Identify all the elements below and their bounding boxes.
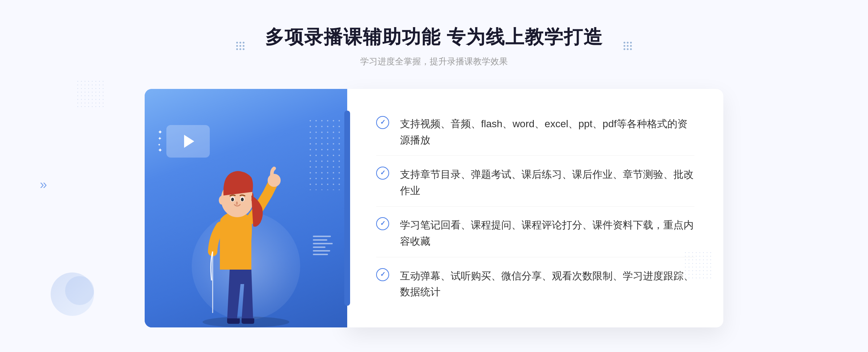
feature-item-3: ✓ 学习笔记回看、课程提问、课程评论打分、课件资料下载，重点内容收藏	[376, 210, 694, 257]
content-section: ✦ ✦	[145, 89, 723, 327]
check-circle-3: ✓	[376, 217, 389, 230]
svg-point-1	[268, 174, 281, 187]
check-icon-2: ✓	[380, 169, 386, 176]
arrow-decoration-left: »	[40, 177, 47, 192]
header-deco-right	[624, 42, 632, 50]
feature-item-1: ✓ 支持视频、音频、flash、word、excel、ppt、pdf等各种格式的…	[376, 109, 694, 156]
deco-circle-small	[65, 276, 94, 305]
left-illustration-panel: ✦ ✦	[145, 89, 347, 327]
dots-decoration-right	[684, 251, 712, 280]
dot-grid-left	[236, 42, 244, 50]
check-circle-1: ✓	[376, 116, 389, 129]
svg-point-6	[231, 198, 234, 201]
feature-text-3: 学习笔记回看、课程提问、课程评论打分、课件资料下载，重点内容收藏	[400, 217, 694, 250]
feature-text-4: 互动弹幕、试听购买、微信分享、观看次数限制、学习进度跟踪、数据统计	[400, 268, 694, 301]
person-illustration	[174, 132, 318, 327]
feature-text-2: 支持章节目录、弹题考试、课后练习、课后作业、章节测验、批改作业	[400, 167, 694, 199]
check-circle-4: ✓	[376, 268, 389, 281]
dot-grid-right	[624, 42, 632, 50]
subtitle: 学习进度全掌握，提升录播课教学效果	[265, 56, 603, 67]
header-deco-left	[236, 42, 244, 50]
features-panel: ✓ 支持视频、音频、flash、word、excel、ppt、pdf等各种格式的…	[347, 89, 723, 327]
svg-point-8	[241, 198, 244, 201]
check-icon-4: ✓	[380, 271, 386, 278]
header-section: 多项录播课辅助功能 专为线上教学打造 学习进度全掌握，提升录播课教学效果	[265, 25, 603, 67]
feature-item-2: ✓ 支持章节目录、弹题考试、课后练习、课后作业、章节测验、批改作业	[376, 159, 694, 207]
svg-point-9	[219, 196, 225, 205]
feature-text-1: 支持视频、音频、flash、word、excel、ppt、pdf等各种格式的资源…	[400, 116, 694, 149]
feature-item-4: ✓ 互动弹幕、试听购买、微信分享、观看次数限制、学习进度跟踪、数据统计	[376, 261, 694, 308]
blue-vertical-bar	[344, 111, 350, 306]
dots-decoration-left	[76, 80, 105, 108]
main-title: 多项录播课辅助功能 专为线上教学打造	[265, 25, 603, 50]
check-circle-2: ✓	[376, 167, 389, 180]
check-icon-3: ✓	[380, 220, 386, 227]
page-container: » 多项录播课辅助功能 专为线上教学打造 学习进度全掌握，提升录播课教学效果	[0, 0, 868, 352]
sparkle-decoration: ✦ ✦	[158, 129, 162, 154]
check-icon-1: ✓	[380, 119, 386, 125]
